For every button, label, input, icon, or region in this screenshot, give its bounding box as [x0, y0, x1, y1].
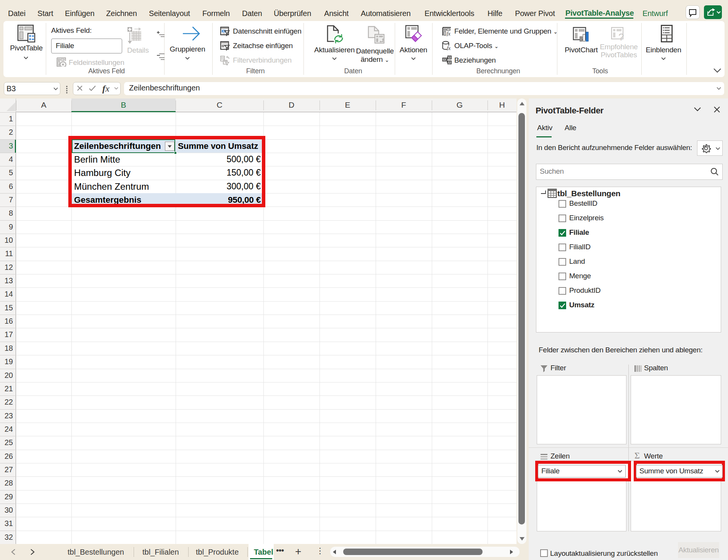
- svg-text:?: ?: [618, 31, 624, 42]
- svg-text:fx: fx: [447, 45, 451, 50]
- svg-text:fx: fx: [447, 31, 451, 36]
